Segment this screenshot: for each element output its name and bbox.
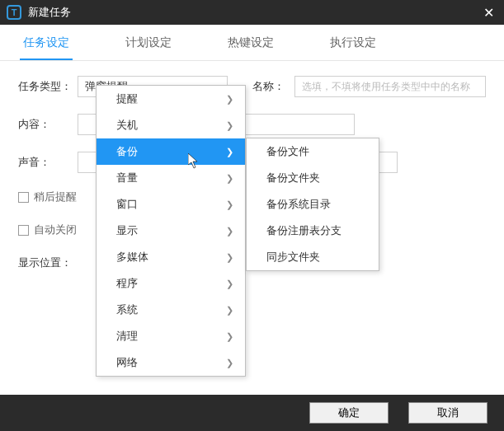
chevron-right-icon: ❯ <box>226 331 233 342</box>
tab-bar: 任务设定 计划设定 热键设定 执行设定 <box>0 25 504 61</box>
sound-label: 声音： <box>18 155 78 170</box>
menu-item-display[interactable]: 显示❯ <box>97 218 245 244</box>
titlebar: T 新建任务 ✕ <box>0 0 504 25</box>
cancel-button[interactable]: 取消 <box>408 402 488 424</box>
chevron-right-icon: ❯ <box>226 94 233 105</box>
content-label: 内容： <box>18 117 78 132</box>
menu-item-system[interactable]: 系统❯ <box>97 297 245 323</box>
menu-item-backup[interactable]: 备份❯ <box>97 138 245 165</box>
chevron-right-icon: ❯ <box>226 305 233 316</box>
submenu-item-backup-system-dir[interactable]: 备份系统目录 <box>247 191 379 218</box>
backup-submenu: 备份文件 备份文件夹 备份系统目录 备份注册表分支 同步文件夹 <box>246 138 379 271</box>
auto-close-label: 自动关闭 <box>34 223 77 237</box>
menu-item-shutdown[interactable]: 关机❯ <box>97 112 245 138</box>
submenu-item-backup-registry[interactable]: 备份注册表分支 <box>247 218 379 244</box>
tab-plan-settings[interactable]: 计划设定 <box>122 26 175 60</box>
chevron-right-icon: ❯ <box>226 358 233 368</box>
chevron-right-icon: ❯ <box>226 226 233 237</box>
name-input[interactable] <box>294 76 486 97</box>
tab-execute-settings[interactable]: 执行设定 <box>327 26 379 60</box>
tab-hotkey-settings[interactable]: 热键设定 <box>224 26 277 60</box>
auto-close-checkbox[interactable] <box>18 225 29 236</box>
chevron-right-icon: ❯ <box>226 147 233 157</box>
ok-button[interactable]: 确定 <box>309 402 389 424</box>
menu-item-cleanup[interactable]: 清理❯ <box>97 323 245 349</box>
delay-remind-checkbox[interactable] <box>18 192 29 203</box>
chevron-right-icon: ❯ <box>226 279 233 289</box>
menu-item-volume[interactable]: 音量❯ <box>97 165 245 191</box>
close-icon[interactable]: ✕ <box>480 5 497 21</box>
menu-item-program[interactable]: 程序❯ <box>97 270 245 297</box>
submenu-item-sync-folder[interactable]: 同步文件夹 <box>247 244 379 270</box>
task-type-menu: 提醒❯ 关机❯ 备份❯ 音量❯ 窗口❯ 显示❯ 多媒体❯ 程序❯ 系统❯ 清理❯… <box>96 85 246 377</box>
footer-bar: 确定 取消 <box>0 395 504 431</box>
menu-item-remind[interactable]: 提醒❯ <box>97 86 245 112</box>
chevron-right-icon: ❯ <box>226 120 233 131</box>
name-label: 名称： <box>252 79 285 94</box>
window-title: 新建任务 <box>28 5 480 20</box>
task-type-label: 任务类型： <box>18 79 78 94</box>
chevron-right-icon: ❯ <box>226 252 233 263</box>
chevron-right-icon: ❯ <box>226 199 233 210</box>
app-logo-icon: T <box>7 5 21 20</box>
tab-task-settings[interactable]: 任务设定 <box>20 26 73 60</box>
menu-item-multimedia[interactable]: 多媒体❯ <box>97 244 245 270</box>
submenu-item-backup-file[interactable]: 备份文件 <box>247 138 379 165</box>
chevron-right-icon: ❯ <box>226 173 233 184</box>
delay-remind-label: 稍后提醒 <box>34 190 77 204</box>
menu-item-window[interactable]: 窗口❯ <box>97 191 245 218</box>
display-pos-label: 显示位置： <box>18 255 78 270</box>
submenu-item-backup-folder[interactable]: 备份文件夹 <box>247 165 379 191</box>
menu-item-network[interactable]: 网络❯ <box>97 349 245 376</box>
